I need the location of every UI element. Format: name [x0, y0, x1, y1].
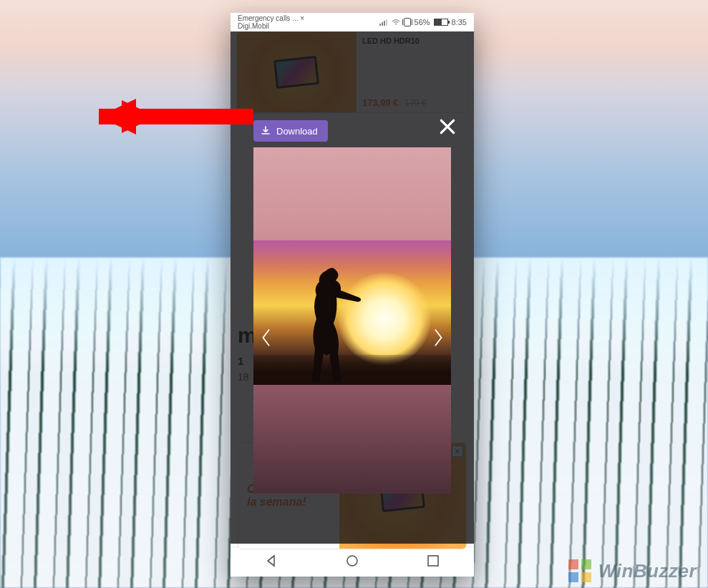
android-nav-bar — [231, 547, 474, 577]
svg-rect-2 — [384, 21, 385, 26]
phone-body: LED HD HDR10 173,99 € 179 € m 1 18 Ofert… — [231, 31, 474, 547]
battery-percent: 56% — [414, 18, 430, 26]
status-bar: Emergency calls ... × Digi.Mobil 56% 8:3… — [231, 13, 474, 31]
svg-rect-0 — [379, 24, 381, 26]
status-carrier-line2: Digi.Mobil — [238, 23, 304, 30]
triangle-back-icon — [263, 553, 279, 569]
status-time: 8:35 — [452, 18, 467, 26]
nav-home-button[interactable] — [344, 553, 360, 572]
signal-icon — [379, 19, 388, 26]
nav-recents-button[interactable] — [425, 553, 441, 572]
svg-rect-11 — [568, 572, 578, 582]
watermark: WinBuzzer — [567, 558, 697, 584]
svg-rect-3 — [386, 19, 387, 26]
chevron-left-icon — [260, 327, 273, 348]
svg-rect-9 — [568, 559, 578, 569]
next-image-button[interactable] — [428, 323, 448, 352]
nav-back-button[interactable] — [263, 553, 279, 572]
lightbox-image[interactable] — [253, 147, 451, 494]
square-recents-icon — [425, 553, 441, 569]
close-button[interactable] — [437, 116, 458, 137]
circle-home-icon — [344, 553, 360, 569]
watermark-logo-icon — [567, 558, 593, 584]
close-icon — [438, 117, 457, 136]
status-right: 56% 8:35 — [379, 18, 467, 26]
image-silhouette-figure — [296, 265, 361, 385]
svg-rect-6 — [428, 556, 438, 566]
annotation-arrow — [97, 92, 255, 142]
svg-rect-10 — [581, 559, 591, 569]
svg-rect-12 — [581, 572, 591, 582]
phone-frame: Emergency calls ... × Digi.Mobil 56% 8:3… — [231, 13, 474, 577]
wifi-icon — [392, 19, 400, 26]
vibrate-icon — [404, 18, 411, 26]
download-icon — [261, 126, 271, 136]
svg-rect-1 — [382, 22, 383, 26]
svg-point-5 — [347, 556, 357, 566]
battery-icon — [434, 19, 448, 26]
svg-point-4 — [395, 24, 397, 25]
watermark-text: WinBuzzer — [598, 560, 697, 582]
status-carrier-line1: Emergency calls ... × — [238, 15, 304, 22]
download-label: Download — [276, 126, 318, 137]
prev-image-button[interactable] — [256, 323, 276, 352]
chevron-right-icon — [432, 327, 445, 348]
status-carrier: Emergency calls ... × Digi.Mobil — [238, 15, 304, 30]
download-button[interactable]: Download — [253, 120, 328, 142]
